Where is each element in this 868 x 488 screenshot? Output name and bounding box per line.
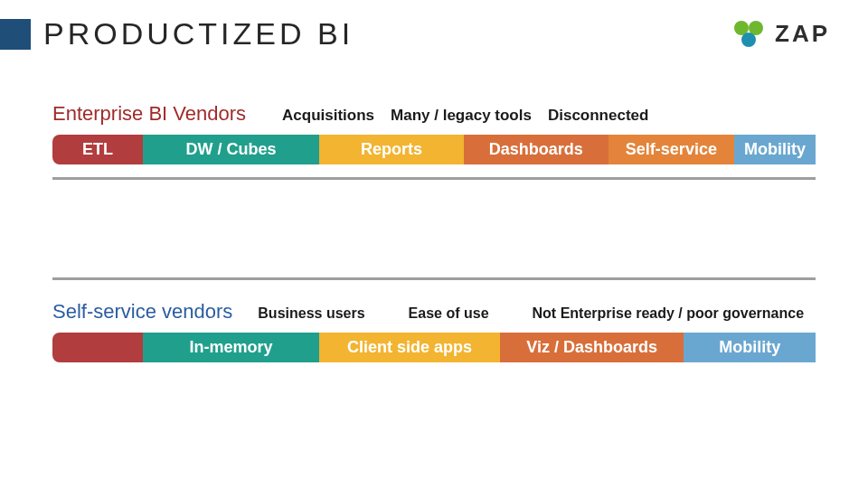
pill-client-side-apps: Client side apps [319, 333, 500, 362]
pill-mobility-2: Mobility [684, 333, 816, 362]
pill-in-memory: In-memory [143, 333, 320, 362]
pill-blank [52, 333, 143, 362]
selfservice-heading: Self-service vendors [52, 300, 232, 324]
enterprise-section: Enterprise BI Vendors Acquisitions Many … [0, 102, 868, 362]
pill-self-service: Self-service [609, 135, 735, 164]
enterprise-heading: Enterprise BI Vendors [52, 102, 246, 126]
selfservice-meta: Business users Ease of use Not Enterpris… [258, 305, 804, 322]
logo: ZAP [731, 18, 830, 49]
pill-reports: Reports [319, 135, 464, 164]
logo-text: ZAP [775, 20, 830, 48]
enterprise-pill-row: ETL DW / Cubes Reports Dashboards Self-s… [52, 135, 816, 164]
enterprise-meta: Acquisitions Many / legacy tools Disconn… [282, 107, 648, 125]
selfservice-meta-item: Not Enterprise ready / poor governance [533, 305, 805, 322]
enterprise-meta-item: Disconnected [548, 107, 648, 125]
divider [52, 177, 816, 180]
page-title: PRODUCTIZED BI [43, 16, 354, 52]
pill-dashboards: Dashboards [464, 135, 609, 164]
pill-etl: ETL [52, 135, 143, 164]
pill-viz-dashboards: Viz / Dashboards [500, 333, 684, 362]
enterprise-heading-row: Enterprise BI Vendors Acquisitions Many … [52, 102, 816, 126]
zap-logo-icon [731, 18, 766, 49]
enterprise-meta-item: Many / legacy tools [391, 107, 532, 125]
selfservice-meta-item: Ease of use [409, 305, 489, 322]
selfservice-meta-item: Business users [258, 305, 364, 322]
enterprise-meta-item: Acquisitions [282, 107, 374, 125]
title-accent-block [0, 19, 31, 50]
selfservice-pill-row: In-memory Client side apps Viz / Dashboa… [52, 333, 816, 362]
svg-point-2 [741, 33, 756, 47]
divider [52, 277, 816, 280]
selfservice-heading-row: Self-service vendors Business users Ease… [52, 300, 816, 324]
pill-dw-cubes: DW / Cubes [143, 135, 320, 164]
pill-mobility: Mobility [734, 135, 816, 164]
